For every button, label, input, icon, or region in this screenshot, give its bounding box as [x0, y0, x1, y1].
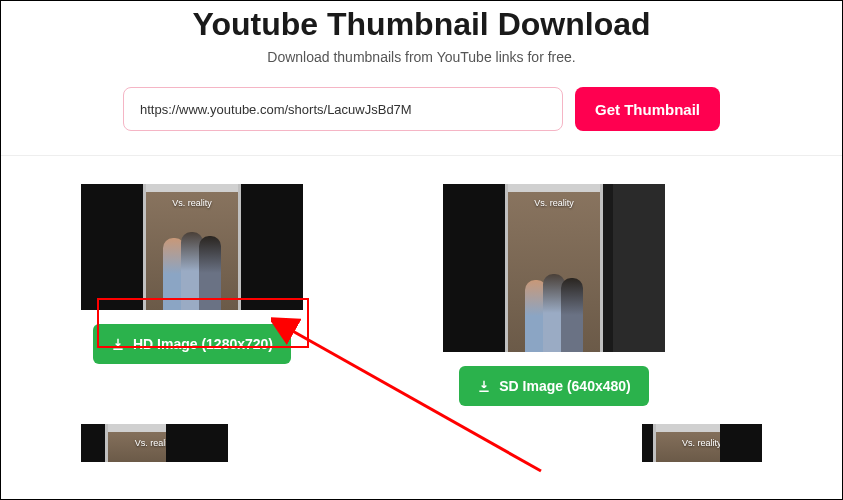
thumbnail-partial-left: Vs. reality	[81, 424, 228, 462]
download-icon	[477, 379, 491, 393]
result-card-hd: Vs. reality HD Image (1280x720)	[81, 184, 303, 406]
thumbnail-overlay-text: Vs. reality	[172, 198, 212, 208]
download-hd-button[interactable]: HD Image (1280x720)	[93, 324, 291, 364]
thumbnail-overlay-text: Vs. reality	[534, 198, 574, 208]
search-row: Get Thumbnail	[1, 87, 842, 155]
download-sd-button[interactable]: SD Image (640x480)	[459, 366, 649, 406]
thumbnail-sd: Vs. reality	[443, 184, 665, 352]
result-card-sd: Vs. reality SD Image (640x480)	[443, 184, 665, 406]
page-title: Youtube Thumbnail Download	[1, 6, 842, 43]
url-input[interactable]	[123, 87, 563, 131]
thumbnail-overlay-text: Vs. reality	[682, 438, 722, 448]
thumbnail-hd: Vs. reality	[81, 184, 303, 310]
get-thumbnail-button[interactable]: Get Thumbnail	[575, 87, 720, 131]
thumbnail-partial-right: Vs. reality	[642, 424, 762, 462]
download-hd-label: HD Image (1280x720)	[133, 336, 273, 352]
page-subtitle: Download thumbnails from YouTube links f…	[1, 49, 842, 65]
download-icon	[111, 337, 125, 351]
download-sd-label: SD Image (640x480)	[499, 378, 631, 394]
